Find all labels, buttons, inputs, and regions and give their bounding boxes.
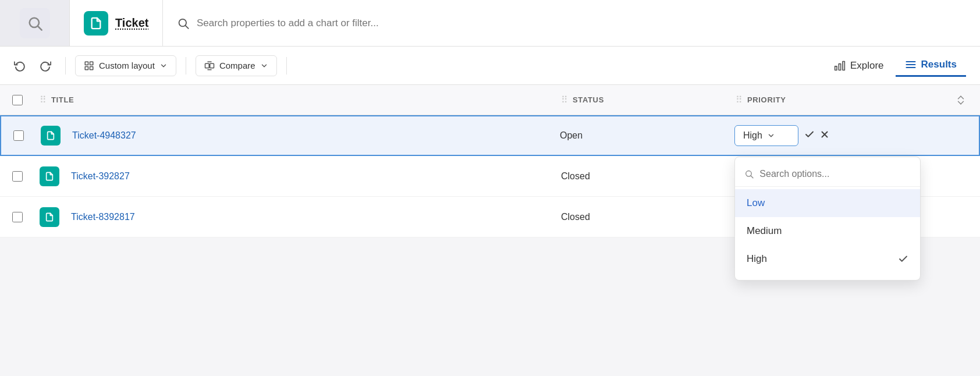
priority-cancel-button[interactable] [819, 129, 830, 143]
bar-chart-icon [834, 60, 846, 72]
svg-line-19 [961, 96, 964, 99]
svg-rect-6 [90, 66, 93, 69]
ticket-icon-1 [41, 126, 61, 146]
compare-chevron-icon [260, 62, 268, 70]
explore-label: Explore [850, 60, 884, 72]
results-button[interactable]: Results [896, 54, 966, 77]
explore-button[interactable]: Explore [825, 55, 893, 76]
row-title-col-1: Ticket-4948327 [36, 126, 560, 146]
title-drag-dots: ⠿ [40, 94, 47, 105]
row-status-col-2: Closed [561, 171, 736, 182]
svg-line-18 [958, 96, 961, 99]
table-row: Ticket-4948327 Open High [0, 115, 980, 156]
header-priority-col: ⠿ PRIORITY [736, 94, 980, 105]
ticket-title-1[interactable]: Ticket-4948327 [72, 130, 136, 141]
priority-column-header: PRIORITY [747, 95, 786, 104]
status-column-header: STATUS [573, 95, 604, 104]
title-column-header: TITLE [51, 95, 74, 104]
status-drag-dots: ⠿ [561, 94, 568, 105]
priority-value: High [743, 130, 762, 141]
table-header: ⠿ TITLE ⠿ STATUS ⠿ PRIORITY [0, 85, 980, 115]
undo-icon [14, 60, 26, 72]
toolbar-right: Explore Results [825, 54, 966, 77]
ticket-title-2[interactable]: Ticket-392827 [71, 171, 130, 182]
results-label: Results [921, 59, 957, 70]
header-title-col: ⠿ TITLE [35, 94, 561, 105]
priority-confirm-button[interactable] [804, 129, 815, 143]
layout-label: Custom layout [99, 61, 155, 70]
ticket-status-3: Closed [561, 212, 590, 222]
priority-dropdown[interactable]: High [734, 125, 798, 146]
ticket-icon-3 [40, 207, 59, 227]
svg-rect-14 [835, 66, 837, 70]
dropdown-option-low[interactable]: Low [735, 189, 920, 217]
header-status-col: ⠿ STATUS [561, 94, 736, 105]
row-checkbox-col-3 [0, 212, 35, 222]
svg-rect-13 [839, 63, 840, 70]
search-icon [27, 15, 43, 31]
row-status-col-3: Closed [561, 212, 736, 222]
layout-button[interactable]: Custom layout [75, 55, 176, 76]
compare-button[interactable]: Compare [196, 55, 277, 76]
svg-rect-12 [843, 61, 844, 70]
ticket-title-3[interactable]: Ticket-8392817 [71, 212, 135, 222]
row-title-col-3: Ticket-8392817 [35, 207, 561, 227]
row-status-col-1: Open [560, 130, 734, 141]
dropdown-option-low-label: Low [747, 197, 765, 209]
dropdown-search-input[interactable] [759, 169, 911, 179]
redo-button[interactable] [35, 55, 56, 76]
svg-rect-9 [210, 63, 214, 68]
row-checkbox-2[interactable] [12, 171, 23, 182]
row-checkbox-1[interactable] [13, 130, 24, 141]
select-all-checkbox[interactable] [12, 95, 23, 105]
dropdown-option-medium[interactable]: Medium [735, 217, 920, 245]
app-icon-section: Ticket [70, 0, 163, 46]
layout-icon [84, 61, 94, 71]
priority-drag-dots: ⠿ [736, 94, 743, 105]
ticket-status-2: Closed [561, 171, 590, 182]
chevron-down-icon [159, 62, 168, 70]
ticket-status-1: Open [560, 130, 583, 141]
row-priority-col-1: High [734, 125, 979, 146]
compare-label: Compare [219, 61, 255, 70]
data-table: ⠿ TITLE ⠿ STATUS ⠿ PRIORITY [0, 85, 980, 237]
undo-button[interactable] [9, 55, 30, 76]
top-bar: Ticket [0, 0, 980, 47]
app-sidebar-icon [0, 0, 70, 46]
dropdown-search-area [735, 164, 920, 187]
svg-rect-4 [85, 62, 88, 65]
global-search-bar[interactable] [163, 17, 980, 30]
svg-rect-8 [205, 63, 209, 68]
toolbar-left: Custom layout Compare [9, 55, 825, 76]
row-checkbox-3[interactable] [12, 212, 23, 222]
high-check-icon [898, 254, 908, 264]
dropdown-option-high-label: High [747, 253, 767, 265]
svg-line-20 [958, 101, 961, 104]
ticket-icon-2 [40, 166, 59, 186]
priority-options-menu: Low Medium High [734, 157, 921, 281]
row-checkbox-col-1 [1, 130, 36, 141]
svg-rect-7 [85, 66, 88, 69]
search-icon-box [20, 8, 50, 38]
sort-icon[interactable] [956, 95, 966, 105]
list-icon [905, 59, 917, 70]
svg-line-25 [751, 176, 753, 178]
dropdown-option-high[interactable]: High [735, 245, 920, 273]
app-document-icon [84, 11, 108, 36]
search-input[interactable] [197, 17, 966, 29]
compare-icon [204, 61, 215, 71]
priority-chevron-icon [767, 132, 775, 140]
redo-icon [40, 60, 51, 72]
row-title-col-2: Ticket-392827 [35, 166, 561, 186]
svg-line-3 [186, 26, 189, 29]
priority-confirm-actions [804, 129, 830, 143]
toolbar-divider-1 [65, 57, 66, 75]
row-checkbox-col-2 [0, 171, 35, 182]
app-title: Ticket [115, 16, 148, 30]
toolbar-divider-3 [286, 57, 287, 75]
dropdown-search-icon [744, 169, 754, 179]
svg-rect-5 [90, 62, 93, 65]
toolbar-divider-2 [186, 57, 186, 75]
search-bar-icon [177, 17, 189, 30]
svg-line-1 [38, 26, 41, 30]
